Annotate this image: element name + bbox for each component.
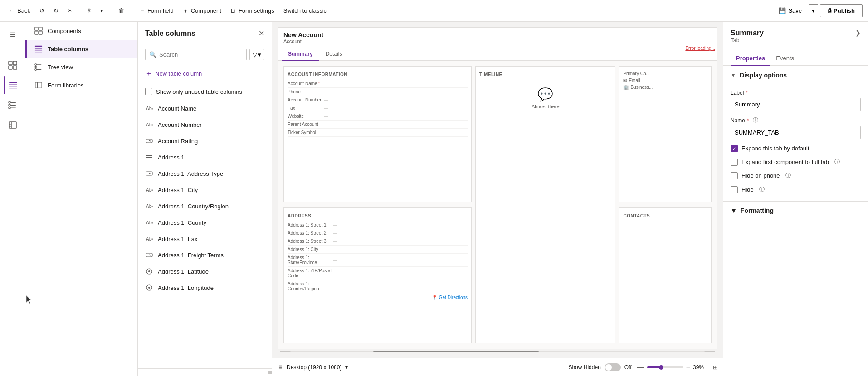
column-item-account-rating[interactable]: Account Rating: [138, 133, 272, 149]
zoom-slider[interactable]: [647, 366, 683, 368]
column-item-address-1-fax[interactable]: AbcAddress 1: Fax: [138, 231, 272, 247]
column-item-address-1-lat[interactable]: Address 1: Latitude: [138, 263, 272, 280]
hamburger-icon: ☰: [10, 31, 15, 38]
name-input[interactable]: [731, 126, 861, 139]
nav-item-form-libraries[interactable]: Form libraries: [25, 76, 137, 94]
scroll-left-btn[interactable]: ◀: [280, 351, 291, 353]
show-unused-row[interactable]: Show only unused table columns: [138, 83, 272, 100]
new-column-row[interactable]: ＋ New table column: [138, 64, 272, 83]
name-field-label: Name * ⓘ: [731, 116, 861, 124]
preview-scrollbar[interactable]: ◀ ▶: [278, 349, 717, 352]
nav-item-tree-view[interactable]: Tree view: [25, 58, 137, 76]
components-icon-btn[interactable]: [4, 56, 22, 74]
expand-tab-label: Expand this tab by default: [741, 145, 809, 153]
svg-text:Abc: Abc: [146, 220, 153, 226]
table-row: Address 1: State/Province—: [288, 254, 468, 267]
zoom-min-btn[interactable]: —: [637, 363, 644, 371]
preview-tab-details[interactable]: Details: [319, 48, 349, 60]
expand-first-label: Expand first component to full tab: [741, 158, 829, 166]
zoom-max-btn[interactable]: +: [686, 363, 690, 371]
columns-title: Table columns: [145, 29, 195, 38]
redo-icon: ↻: [54, 7, 59, 14]
location-icon: 📍: [432, 295, 437, 300]
cut-button[interactable]: ✂: [64, 5, 76, 16]
column-type-icon-address-1-type: [145, 169, 153, 178]
form-libraries-icon-btn[interactable]: [4, 116, 22, 134]
table-row: Parent Account—: [288, 121, 468, 129]
horizontal-scrollbar-track[interactable]: [291, 351, 704, 353]
fullscreen-icon[interactable]: ⊞: [713, 364, 717, 371]
table-row: Address 1: Street 2—: [288, 229, 468, 237]
show-unused-checkbox[interactable]: [145, 88, 152, 95]
column-item-address-1-freight[interactable]: Address 1: Freight Terms: [138, 247, 272, 263]
dropdown-btn[interactable]: ▾: [97, 5, 107, 16]
column-item-account-name[interactable]: AbcAccount Name: [138, 100, 272, 116]
expand-first-checkbox[interactable]: [731, 159, 738, 166]
column-item-address-1-county[interactable]: AbcAddress 1: County: [138, 214, 272, 231]
table-row: Fax—: [288, 104, 468, 112]
column-label-address-1-country: Address 1: Country/Region: [158, 203, 229, 210]
nav-components-icon: [34, 26, 43, 35]
preview-subtitle: Account: [283, 39, 712, 44]
hide-on-phone-checkbox[interactable]: [731, 172, 738, 179]
dropdown-icon: ▾: [100, 7, 103, 14]
undo-icon: ↺: [39, 7, 44, 14]
display-options-header[interactable]: ▼ Display options: [723, 66, 868, 84]
svg-rect-15: [35, 27, 38, 30]
svg-rect-26: [37, 64, 42, 65]
nav-item-label-components: Components: [48, 28, 81, 34]
form-field-button[interactable]: ＋ Form field: [136, 5, 177, 17]
close-columns-button[interactable]: ✕: [258, 29, 264, 38]
switch-classic-button[interactable]: Switch to classic: [280, 5, 330, 16]
save-icon: 💾: [779, 7, 786, 14]
delete-button[interactable]: 🗑: [115, 5, 128, 16]
nav-item-components[interactable]: Components: [25, 22, 137, 40]
label-input[interactable]: [731, 98, 861, 111]
filter-button[interactable]: ▽ ▾: [249, 49, 264, 60]
component-button[interactable]: ＋ Component: [179, 5, 225, 17]
undo-button[interactable]: ↺: [36, 5, 48, 16]
formatting-header[interactable]: ▼ Formatting: [723, 202, 868, 220]
save-dropdown-button[interactable]: ▾: [809, 4, 818, 17]
horizontal-scrollbar-thumb[interactable]: [373, 351, 539, 353]
form-settings-button[interactable]: 🗋 Form settings: [227, 5, 278, 16]
right-panel-close-button[interactable]: ❯: [855, 29, 861, 36]
column-item-account-number[interactable]: AbcAccount Number: [138, 116, 272, 133]
paste-button[interactable]: ⎘: [84, 5, 95, 16]
redo-button[interactable]: ↻: [50, 5, 62, 16]
column-item-address-1-type[interactable]: Address 1: Address Type: [138, 165, 272, 182]
svg-rect-19: [35, 46, 42, 47]
hide-checkbox[interactable]: [731, 186, 738, 193]
label-field-label: Label *: [731, 90, 861, 96]
tree-view-icon-btn[interactable]: [4, 96, 22, 114]
tab-events[interactable]: Events: [770, 51, 800, 65]
svg-text:Abc: Abc: [146, 122, 153, 128]
nav-item-table-columns[interactable]: Table columns: [25, 40, 137, 58]
show-hidden-toggle[interactable]: [605, 363, 621, 371]
zoom-slider-thumb[interactable]: [659, 365, 663, 370]
error-loading-badge[interactable]: Error loading...: [685, 46, 715, 51]
hamburger-menu-button[interactable]: ☰: [4, 25, 22, 43]
main-layout: ☰ ComponentsTable columnsTree viewForm l…: [0, 22, 868, 376]
svg-rect-36: [146, 172, 152, 175]
table-row: Address 1: Country/Region—: [288, 280, 468, 293]
nav-table-columns-icon: [34, 44, 43, 53]
expand-tab-checkbox[interactable]: ✓: [731, 145, 738, 152]
preview-tab-summary[interactable]: Summary: [282, 48, 319, 61]
back-button[interactable]: ← Back: [5, 5, 34, 16]
column-item-address-1-country[interactable]: AbcAddress 1: Country/Region: [138, 198, 272, 214]
save-button[interactable]: 💾 Save: [773, 5, 807, 17]
svg-rect-14: [9, 122, 16, 128]
table-cols-icon-btn[interactable]: [4, 76, 22, 94]
switch-classic-label: Switch to classic: [283, 7, 327, 14]
publish-button[interactable]: ⎙ Publish: [820, 4, 863, 17]
column-item-address-1[interactable]: Address 1: [138, 149, 272, 165]
column-item-address-1-long[interactable]: Address 1: Longitude: [138, 280, 272, 296]
column-item-address-1-city[interactable]: AbcAddress 1: City: [138, 182, 272, 198]
desktop-dropdown-icon[interactable]: ▾: [345, 364, 348, 371]
tab-properties[interactable]: Properties: [731, 51, 770, 66]
search-input[interactable]: [159, 51, 243, 58]
account-info-header: ACCOUNT INFORMATION: [288, 70, 468, 80]
hide-info-icon: ⓘ: [759, 186, 765, 193]
scroll-right-btn[interactable]: ▶: [704, 351, 715, 353]
